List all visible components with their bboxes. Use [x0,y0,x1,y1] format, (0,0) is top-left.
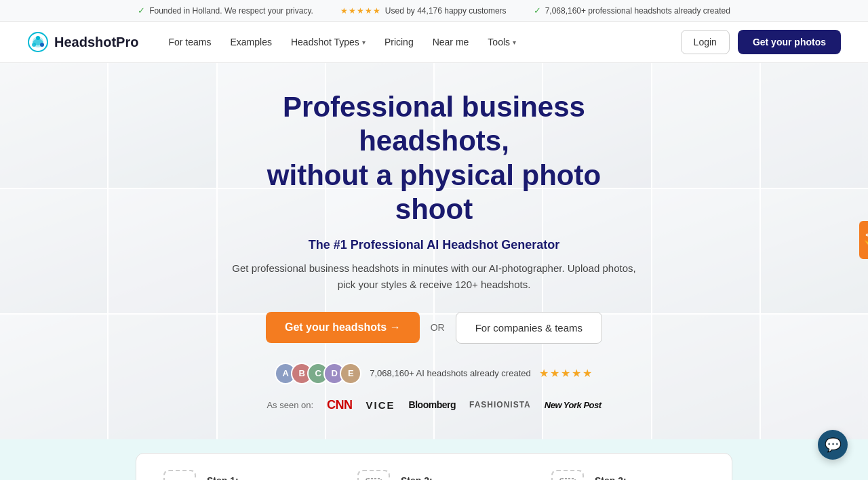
media-bloomberg: Bloomberg [409,399,456,410]
svg-point-3 [40,43,44,47]
svg-point-2 [36,36,40,40]
logo-icon [27,31,49,53]
avatar-group: A B C D E [275,363,361,384]
step-arrow-2: → [521,475,540,480]
hero-description: Get professional business headshots in m… [231,260,637,293]
topbar-text-2: Used by 44,176 happy customers [385,6,507,16]
steps-card: Step 1: Upload a few selfies → Step 2: O… [136,453,732,480]
social-proof-text: 7,068,160+ AI headshots already created [370,368,530,378]
hero-stars: ★★★★★ [539,367,593,380]
chevron-down-icon-2: ▾ [513,39,516,46]
media-cnn: CNN [327,398,353,412]
as-seen-on: As seen on: CNN VICE Bloomberg Fashionis… [231,398,637,412]
media-vice: VICE [366,399,395,411]
nav-links: For teams Examples Headshot Types ▾ Pric… [160,31,524,53]
or-separator: OR [431,322,445,333]
step-1-text: Step 1: Upload a few selfies [207,475,285,480]
hero-subtitle: The #1 Professional AI Headshot Generato… [231,238,637,252]
step-2: Step 2: Our AI goes to work [357,470,511,480]
navbar-left: HeadshotPro For teams Examples Headshot … [27,31,524,53]
step-3: Step 3: Download your headshots [551,470,705,480]
chevron-down-icon-1: ▾ [362,39,366,46]
hero-section: Professional business headshots, without… [0,63,868,439]
svg-point-4 [32,43,36,47]
get-headshots-button[interactable]: Get your headshots → [266,312,420,343]
get-photos-button[interactable]: Get your photos [738,30,841,54]
step-3-icon [551,470,584,480]
step-arrow-1: → [328,475,347,480]
step-1: Step 1: Upload a few selfies [163,470,317,480]
hero-title: Professional business headshots, without… [231,90,637,227]
chat-bubble[interactable]: 💬 [818,430,848,460]
feedback-tab[interactable]: ⚡A [859,221,868,259]
topbar-item-1: ✓ Founded in Holland. We respect your pr… [138,5,313,16]
topbar: ✓ Founded in Holland. We respect your pr… [0,0,868,22]
topbar-item-3: ✓ 7,068,160+ professional headshots alre… [534,5,730,16]
login-button[interactable]: Login [681,30,730,54]
nav-item-headshot-types[interactable]: Headshot Types ▾ [283,31,374,53]
media-fashionista: Fashionista [469,400,531,409]
step-2-icon [357,470,390,480]
avatar-5: E [340,363,361,384]
stars-icon: ★★★★★ [340,6,381,16]
navbar: HeadshotPro For teams Examples Headshot … [0,22,868,63]
hero-content: Professional business headshots, without… [217,63,651,439]
step-2-text: Step 2: Our AI goes to work [401,475,478,480]
logo[interactable]: HeadshotPro [27,31,138,53]
topbar-text-1: Founded in Holland. We respect your priv… [149,6,313,16]
step-1-title: Step 1: [207,475,285,480]
check-icon-2: ✓ [534,5,541,16]
nav-item-for-teams[interactable]: For teams [160,31,219,53]
nav-item-near-me[interactable]: Near me [425,31,477,53]
topbar-item-2: ★★★★★ Used by 44,176 happy customers [340,6,507,16]
step-3-text: Step 3: Download your headshots [595,475,696,480]
hero-social-proof: A B C D E 7,068,160+ AI headshots alread… [231,363,637,384]
hero-buttons: Get your headshots → OR For companies & … [231,312,637,344]
nav-item-examples[interactable]: Examples [222,31,279,53]
step-3-title: Step 3: [595,475,696,480]
step-1-icon [163,470,196,480]
step-2-title: Step 2: [401,475,478,480]
for-companies-button[interactable]: For companies & teams [456,312,602,344]
navbar-right: Login Get your photos [681,30,841,54]
steps-container: Step 1: Upload a few selfies → Step 2: O… [0,439,868,480]
nav-item-pricing[interactable]: Pricing [376,31,422,53]
topbar-text-3: 7,068,160+ professional headshots alread… [545,6,730,16]
media-nypost: New York Post [545,400,601,410]
as-seen-label: As seen on: [267,400,313,410]
nav-item-tools[interactable]: Tools ▾ [479,31,524,53]
logo-text: HeadshotPro [54,35,138,50]
check-icon-1: ✓ [138,5,145,16]
